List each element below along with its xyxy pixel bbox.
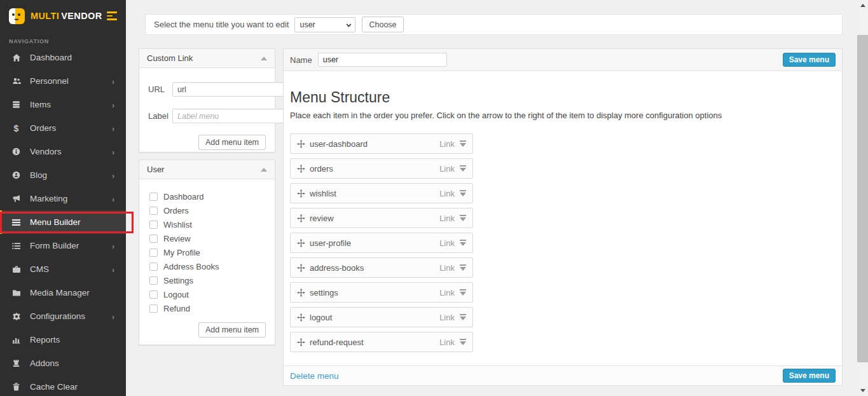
menu-select-label: Select the menu title you want to edit: [154, 20, 289, 29]
megaphone-icon: [11, 195, 22, 203]
refund-checkbox[interactable]: [149, 304, 158, 313]
sidebar-item-blog[interactable]: Blog ›: [0, 163, 126, 187]
sidebar-item-addons[interactable]: Addons: [0, 352, 126, 375]
label-input[interactable]: [172, 109, 285, 123]
checkbox-row-review: Review: [149, 231, 266, 245]
expand-caret-icon[interactable]: [460, 339, 466, 345]
menu-structure-row-user-dashboard[interactable]: user-dashboard Link: [290, 133, 473, 154]
address-books-checkbox[interactable]: [149, 263, 158, 271]
user-panel-header[interactable]: User: [139, 160, 275, 179]
sidebar-item-dashboard[interactable]: Dashboard: [0, 46, 126, 69]
stack-icon: [11, 100, 22, 109]
chevron-right-icon: ›: [112, 311, 114, 320]
choose-button[interactable]: Choose: [362, 17, 403, 32]
scroll-down-arrow-icon[interactable]: [860, 389, 865, 392]
sidebar-item-orders[interactable]: $ Orders ›: [0, 116, 126, 140]
sidebar-item-reports[interactable]: Reports: [0, 328, 126, 352]
menu-editor-header: Name Save menu: [284, 49, 842, 71]
sidebar-toggle-icon[interactable]: [107, 11, 117, 20]
sidebar-item-cache-clear[interactable]: Cache Clear: [0, 375, 126, 396]
save-menu-button-top[interactable]: Save menu: [783, 53, 836, 67]
delete-menu-link[interactable]: Delete menu: [290, 371, 339, 381]
expand-caret-icon[interactable]: [460, 289, 466, 296]
move-icon[interactable]: [297, 214, 305, 222]
menu-structure-row-wishlist[interactable]: wishlist Link: [290, 183, 473, 203]
expand-caret-icon[interactable]: [460, 215, 466, 221]
custom-link-add-menu-item-button[interactable]: Add menu item: [198, 135, 266, 150]
menu-structure-row-review[interactable]: review Link: [290, 208, 473, 228]
users-icon: [11, 77, 22, 85]
move-icon[interactable]: [297, 140, 305, 148]
checkbox-label: Orders: [163, 206, 189, 215]
menu-name-input[interactable]: [318, 53, 447, 67]
menu-editor-card: Name Save menu Menu Structure Place each…: [283, 48, 843, 386]
expand-caret-icon[interactable]: [460, 240, 466, 246]
sidebar-item-vendors[interactable]: Vendors ›: [0, 140, 126, 163]
sidebar-item-marketing[interactable]: Marketing ›: [0, 187, 126, 210]
user-add-menu-item-button[interactable]: Add menu item: [198, 322, 266, 338]
dashboard-checkbox[interactable]: [149, 193, 158, 201]
rook-icon: [11, 359, 22, 367]
move-icon[interactable]: [297, 239, 305, 247]
collapse-arrow-icon[interactable]: [261, 168, 267, 172]
menu-title-select[interactable]: user: [294, 17, 355, 32]
menu-structure-description: Place each item in the order you prefer.…: [290, 111, 836, 120]
menu-structure-row-user-profile[interactable]: user-profile Link: [290, 233, 473, 253]
url-input[interactable]: [172, 82, 285, 97]
sidebar-item-cms[interactable]: CMS ›: [0, 257, 126, 281]
menu-structure-row-address-books[interactable]: address-books Link: [290, 257, 473, 278]
checkbox-row-wishlist: Wishlist: [149, 217, 266, 231]
checkbox-row-address-books: Address Books: [149, 259, 266, 273]
move-icon[interactable]: [297, 189, 305, 198]
vertical-scrollbar[interactable]: [857, 0, 868, 396]
logout-checkbox[interactable]: [149, 290, 158, 299]
menu-item-name: wishlist: [310, 189, 336, 198]
menu-item-type-label: Link: [439, 313, 455, 322]
orders-checkbox[interactable]: [149, 207, 158, 215]
menu-item-name: review: [310, 214, 334, 223]
review-checkbox[interactable]: [149, 235, 158, 243]
checkbox-row-orders: Orders: [149, 203, 266, 217]
sidebar-item-label: Media Manager: [30, 288, 90, 297]
menu-structure-row-logout[interactable]: logout Link: [290, 307, 473, 327]
expand-caret-icon[interactable]: [460, 140, 466, 147]
move-icon[interactable]: [297, 264, 305, 272]
user-panel-body: Dashboard Orders Wishlist Review My Prof…: [139, 179, 275, 345]
sidebar-item-label: Menu Builder: [30, 217, 81, 227]
move-icon[interactable]: [297, 165, 305, 173]
scroll-up-arrow-icon[interactable]: [860, 4, 865, 7]
checkbox-label: Logout: [163, 290, 189, 299]
sidebar-item-menu-builder[interactable]: Menu Builder: [0, 210, 126, 234]
expand-caret-icon[interactable]: [460, 264, 466, 271]
label-field-row: Label: [148, 109, 266, 123]
menu-structure-list: user-dashboard Link orders Link wishlist…: [290, 133, 473, 352]
scrollbar-thumb[interactable]: [857, 35, 868, 362]
brand-name: MULTIVENDOR: [31, 11, 102, 21]
sidebar-item-personnel[interactable]: Personnel ›: [0, 69, 126, 93]
menu-structure-section: Menu Structure Place each item in the or…: [284, 71, 842, 352]
move-icon[interactable]: [297, 289, 305, 297]
sidebar-item-form-builder[interactable]: Form Builder ›: [0, 234, 126, 257]
brand: MULTIVENDOR: [0, 0, 126, 32]
menu-item-type-label: Link: [439, 164, 455, 174]
move-icon[interactable]: [297, 338, 305, 346]
menu-structure-row-settings[interactable]: settings Link: [290, 282, 473, 303]
wishlist-checkbox[interactable]: [149, 221, 158, 229]
custom-link-panel-header[interactable]: Custom Link: [139, 49, 275, 68]
expand-caret-icon[interactable]: [460, 165, 466, 172]
chevron-right-icon: ›: [112, 170, 114, 179]
sidebar-item-media-manager[interactable]: Media Manager: [0, 281, 126, 304]
menu-structure-row-refund-request[interactable]: refund-request Link: [290, 332, 473, 352]
move-icon[interactable]: [297, 313, 305, 322]
collapse-arrow-icon[interactable]: [261, 57, 267, 60]
save-menu-button-bottom[interactable]: Save menu: [783, 369, 836, 383]
menu-structure-row-orders[interactable]: orders Link: [290, 158, 473, 179]
checkbox-row-refund: Refund: [149, 301, 266, 315]
expand-caret-icon[interactable]: [460, 314, 466, 320]
settings-checkbox[interactable]: [149, 277, 158, 285]
sidebar-item-items[interactable]: Items ›: [0, 93, 126, 116]
menu-item-name: logout: [310, 313, 332, 322]
my-profile-checkbox[interactable]: [149, 249, 158, 257]
expand-caret-icon[interactable]: [460, 190, 466, 196]
sidebar-item-configurations[interactable]: Configurations ›: [0, 304, 126, 328]
